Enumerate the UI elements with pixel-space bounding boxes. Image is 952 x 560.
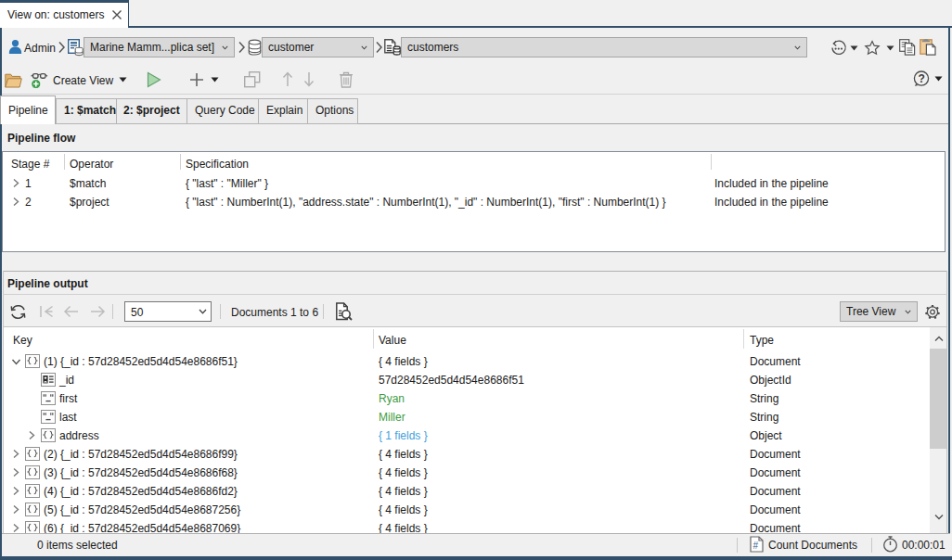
svg-text:#: #: [753, 541, 758, 551]
svg-text:?: ?: [919, 72, 925, 85]
